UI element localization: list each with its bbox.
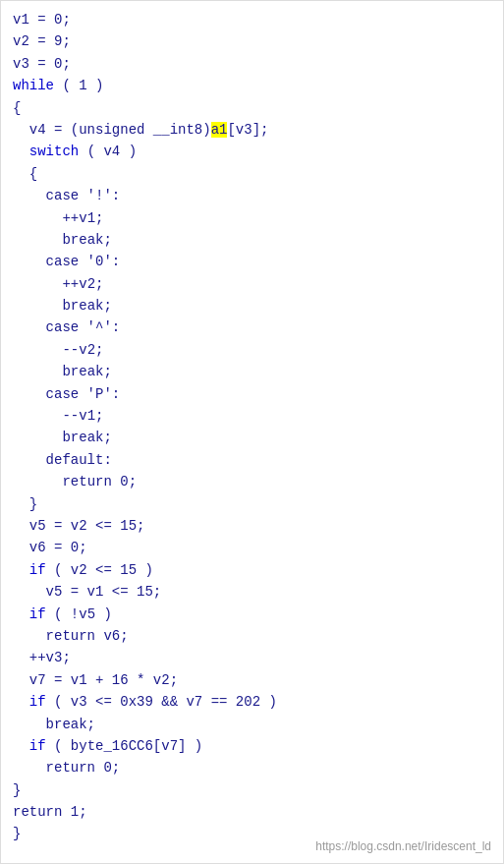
code-block: v1 = 0;v2 = 9;v3 = 0;while ( 1 ){ v4 = (… xyxy=(1,9,503,845)
code-line: break; xyxy=(1,229,503,251)
keyword: if xyxy=(29,562,46,578)
code-line: break; xyxy=(1,361,503,382)
code-line: switch ( v4 ) xyxy=(1,141,503,162)
code-line: } xyxy=(1,779,503,801)
code-line: ++v2; xyxy=(1,273,503,295)
keyword: if xyxy=(29,694,46,710)
code-line: case '0': xyxy=(1,251,503,272)
code-line: case 'P': xyxy=(1,383,503,405)
code-line: default: xyxy=(1,449,503,471)
code-line: break; xyxy=(1,714,503,735)
code-line: v5 = v1 <= 15; xyxy=(1,581,503,603)
code-line: break; xyxy=(1,427,503,448)
keyword: if xyxy=(29,606,46,622)
code-line: v6 = 0; xyxy=(1,537,503,558)
keyword: switch xyxy=(29,144,79,159)
code-line: --v1; xyxy=(1,405,503,427)
code-line: } xyxy=(1,493,503,515)
code-line: return 0; xyxy=(1,757,503,778)
code-line: return 1; xyxy=(1,801,503,823)
keyword: if xyxy=(29,738,46,754)
code-line: if ( v2 <= 15 ) xyxy=(1,559,503,581)
code-line: v2 = 9; xyxy=(1,30,503,52)
code-line: if ( !v5 ) xyxy=(1,604,503,625)
code-line: case '^': xyxy=(1,317,503,338)
code-line: { xyxy=(1,163,503,185)
code-line: ++v3; xyxy=(1,647,503,668)
keyword: while xyxy=(13,78,54,93)
code-line: v7 = v1 + 16 * v2; xyxy=(1,669,503,691)
highlighted-var: a1 xyxy=(211,122,228,138)
code-line: if ( byte_16CC6[v7] ) xyxy=(1,735,503,757)
code-line: return v6; xyxy=(1,625,503,647)
code-line: case '!': xyxy=(1,185,503,206)
code-container: v1 = 0;v2 = 9;v3 = 0;while ( 1 ){ v4 = (… xyxy=(0,0,504,864)
code-line: v1 = 0; xyxy=(1,9,503,30)
code-line: --v2; xyxy=(1,339,503,361)
code-line: break; xyxy=(1,295,503,317)
code-line: v5 = v2 <= 15; xyxy=(1,515,503,537)
code-line: return 0; xyxy=(1,471,503,492)
watermark: https://blog.csdn.net/Iridescent_ld xyxy=(315,839,491,853)
code-line: if ( v3 <= 0x39 && v7 == 202 ) xyxy=(1,691,503,713)
code-line: v4 = (unsigned __int8)a1[v3]; xyxy=(1,119,503,141)
code-line: { xyxy=(1,97,503,119)
code-line: while ( 1 ) xyxy=(1,75,503,96)
code-line: v3 = 0; xyxy=(1,53,503,75)
code-line: ++v1; xyxy=(1,207,503,229)
